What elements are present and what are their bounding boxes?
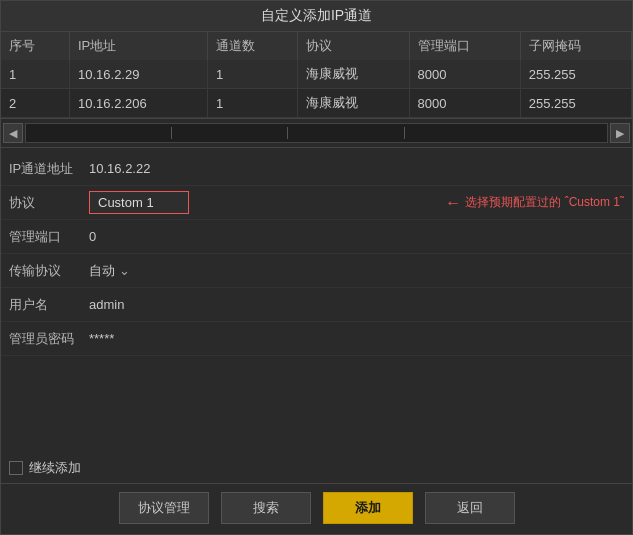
back-button[interactable]: 返回 bbox=[425, 492, 515, 524]
protocol-mgmt-button[interactable]: 协议管理 bbox=[119, 492, 209, 524]
cell-id: 1 bbox=[1, 60, 69, 89]
scroll-track[interactable] bbox=[25, 123, 608, 143]
continue-add-row: 继续添加 bbox=[1, 453, 632, 483]
form-row-username: 用户名 admin bbox=[1, 288, 632, 322]
device-table: 序号 IP地址 通道数 协议 管理端口 子网掩码 1 10.16.2.29 1 … bbox=[1, 32, 632, 118]
cell-ip: 10.16.2.29 bbox=[69, 60, 207, 89]
scroll-left-button[interactable]: ◀ bbox=[3, 123, 23, 143]
search-button[interactable]: 搜索 bbox=[221, 492, 311, 524]
cell-channels: 1 bbox=[208, 60, 298, 89]
form-row-port: 管理端口 0 bbox=[1, 220, 632, 254]
form-row-ip: IP通道地址 10.16.2.22 bbox=[1, 152, 632, 186]
cell-subnet: 255.255 bbox=[520, 89, 631, 118]
protocol-field[interactable]: Custom 1 bbox=[89, 191, 433, 214]
col-header-id: 序号 bbox=[1, 32, 69, 60]
transfer-select[interactable]: 自动 ⌄ bbox=[89, 262, 624, 280]
username-label: 用户名 bbox=[9, 296, 89, 314]
add-button[interactable]: 添加 bbox=[323, 492, 413, 524]
form-section: IP通道地址 10.16.2.22 协议 Custom 1 ← 选择预期配置过的… bbox=[1, 148, 632, 453]
cell-protocol: 海康威视 bbox=[298, 60, 409, 89]
dialog-container: 自定义添加IP通道 序号 IP地址 通道数 协议 管理端口 子网掩码 1 10.… bbox=[0, 0, 633, 535]
scrollbar-row: ◀ ▶ bbox=[1, 119, 632, 148]
scroll-tick bbox=[171, 127, 172, 139]
button-row: 协议管理 搜索 添加 返回 bbox=[1, 483, 632, 534]
table-row[interactable]: 2 10.16.2.206 1 海康威视 8000 255.255 bbox=[1, 89, 632, 118]
form-row-transfer: 传输协议 自动 ⌄ bbox=[1, 254, 632, 288]
scroll-right-button[interactable]: ▶ bbox=[610, 123, 630, 143]
chevron-down-icon: ⌄ bbox=[119, 263, 130, 278]
form-row-protocol: 协议 Custom 1 ← 选择预期配置过的 ˆCustom 1˜ bbox=[1, 186, 632, 220]
protocol-dropdown[interactable]: Custom 1 bbox=[89, 191, 189, 214]
port-label: 管理端口 bbox=[9, 228, 89, 246]
password-value[interactable]: ***** bbox=[89, 331, 624, 346]
protocol-label: 协议 bbox=[9, 194, 89, 212]
arrow-icon: ← bbox=[445, 194, 461, 212]
cell-port: 8000 bbox=[409, 89, 520, 118]
continue-add-label: 继续添加 bbox=[29, 459, 81, 477]
cell-channels: 1 bbox=[208, 89, 298, 118]
scroll-tick bbox=[287, 127, 288, 139]
col-header-protocol: 协议 bbox=[298, 32, 409, 60]
col-header-ip: IP地址 bbox=[69, 32, 207, 60]
cell-protocol: 海康威视 bbox=[298, 89, 409, 118]
continue-add-checkbox[interactable] bbox=[9, 461, 23, 475]
title-text: 自定义添加IP通道 bbox=[261, 7, 372, 23]
transfer-value: 自动 bbox=[89, 262, 115, 280]
transfer-label: 传输协议 bbox=[9, 262, 89, 280]
annotation-text: 选择预期配置过的 ˆCustom 1˜ bbox=[465, 194, 624, 211]
col-header-subnet: 子网掩码 bbox=[520, 32, 631, 60]
table-header-row: 序号 IP地址 通道数 协议 管理端口 子网掩码 bbox=[1, 32, 632, 60]
username-value[interactable]: admin bbox=[89, 297, 624, 312]
cell-id: 2 bbox=[1, 89, 69, 118]
form-row-password: 管理员密码 ***** bbox=[1, 322, 632, 356]
port-value[interactable]: 0 bbox=[89, 229, 624, 244]
col-header-channels: 通道数 bbox=[208, 32, 298, 60]
ip-value[interactable]: 10.16.2.22 bbox=[89, 161, 624, 176]
protocol-annotation: ← 选择预期配置过的 ˆCustom 1˜ bbox=[445, 194, 624, 212]
ip-label: IP通道地址 bbox=[9, 160, 89, 178]
device-table-section: 序号 IP地址 通道数 协议 管理端口 子网掩码 1 10.16.2.29 1 … bbox=[1, 32, 632, 119]
col-header-port: 管理端口 bbox=[409, 32, 520, 60]
password-label: 管理员密码 bbox=[9, 330, 89, 348]
cell-ip: 10.16.2.206 bbox=[69, 89, 207, 118]
cell-subnet: 255.255 bbox=[520, 60, 631, 89]
scroll-tick bbox=[404, 127, 405, 139]
cell-port: 8000 bbox=[409, 60, 520, 89]
dialog-title: 自定义添加IP通道 bbox=[1, 1, 632, 32]
table-row[interactable]: 1 10.16.2.29 1 海康威视 8000 255.255 bbox=[1, 60, 632, 89]
